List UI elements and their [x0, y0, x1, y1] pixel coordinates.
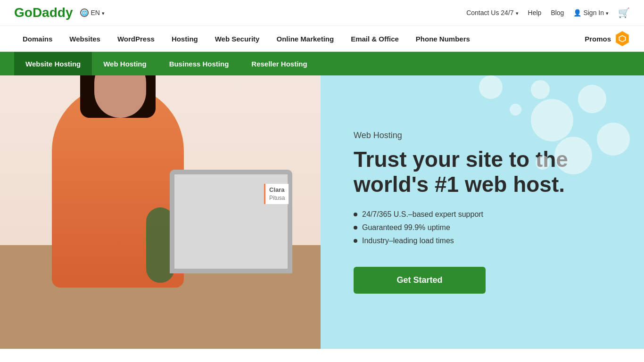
nav-item-wordpress[interactable]: WordPress	[109, 26, 163, 52]
nav-item-hosting[interactable]: Hosting	[163, 26, 206, 52]
globe-icon: 🌐	[80, 8, 89, 17]
contact-link[interactable]: Contact Us 24/7	[466, 9, 518, 16]
person-name: Clara	[269, 186, 285, 194]
sub-nav-label: Business Hosting	[169, 60, 229, 68]
godaddy-logo[interactable]: GoDaddy	[14, 5, 73, 20]
get-started-button[interactable]: Get Started	[354, 267, 486, 294]
hero-image-bg: Clara Pitusa	[0, 75, 321, 349]
bullet-dot	[354, 213, 357, 216]
bubble-3	[531, 80, 550, 99]
main-nav: Domains Websites WordPress Hosting Web S…	[0, 26, 644, 52]
nav-item-phonenumbers[interactable]: Phone Numbers	[407, 26, 479, 52]
person-label: Clara Pitusa	[264, 184, 289, 204]
language-selector[interactable]: 🌐 EN	[80, 8, 104, 17]
chevron-down-icon	[102, 9, 105, 16]
sub-nav-business-hosting[interactable]: Business Hosting	[158, 52, 240, 75]
hero-image: Clara Pitusa	[0, 75, 321, 349]
nav-items: Domains Websites WordPress Hosting Web S…	[14, 26, 585, 52]
promos-item[interactable]: Promos	[585, 31, 630, 46]
top-bar-right: Contact Us 24/7 Help Blog 👤 Sign In 🛒	[466, 7, 630, 18]
sub-nav-web-hosting[interactable]: Web Hosting	[92, 52, 157, 75]
person-subtitle: Pitusa	[269, 194, 285, 202]
chevron-down-icon	[606, 9, 609, 16]
promos-icon	[615, 31, 630, 46]
user-icon: 👤	[573, 9, 581, 16]
bubble-7	[554, 137, 592, 174]
bubble-6	[479, 75, 503, 99]
nav-item-websites[interactable]: Websites	[61, 26, 109, 52]
bullet-dot	[354, 239, 357, 243]
bullet-2: Guaranteed 99.9% uptime	[354, 223, 611, 232]
top-bar: GoDaddy 🌐 EN Contact Us 24/7 Help Blog 👤…	[0, 0, 644, 26]
bullet-3: Industry–leading load times	[354, 237, 611, 245]
cart-icon[interactable]: 🛒	[618, 7, 630, 18]
nav-item-websecurity[interactable]: Web Security	[206, 26, 268, 52]
hero-bullets: 24/7/365 U.S.–based expert support Guara…	[354, 210, 611, 250]
promos-label: Promos	[585, 35, 611, 43]
bubble-2	[531, 99, 573, 141]
sub-nav-label: Web Hosting	[103, 60, 146, 68]
sub-nav-website-hosting[interactable]: Website Hosting	[14, 52, 92, 75]
bullet-1: 24/7/365 U.S.–based expert support	[354, 210, 611, 219]
bullet-dot	[354, 226, 357, 230]
contact-label: Contact Us 24/7	[466, 9, 513, 16]
hero-content: Web Hosting Trust your site to the world…	[321, 75, 644, 349]
help-link[interactable]: Help	[528, 9, 542, 16]
sub-nav-label: Reseller Hosting	[251, 60, 307, 68]
hero-section: Clara Pitusa Web Hosting Trust your site…	[0, 75, 644, 349]
bubble-5	[536, 156, 550, 170]
lang-label: EN	[91, 9, 99, 16]
bubble-8	[510, 104, 521, 115]
bubble-1	[578, 85, 606, 113]
bullet-text-1: 24/7/365 U.S.–based expert support	[362, 210, 483, 219]
sign-in-label: Sign In	[583, 9, 604, 16]
nav-item-domains[interactable]: Domains	[14, 26, 61, 52]
blog-link[interactable]: Blog	[551, 9, 564, 16]
sub-nav-reseller-hosting[interactable]: Reseller Hosting	[240, 52, 318, 75]
bullet-text-2: Guaranteed 99.9% uptime	[362, 223, 450, 232]
sub-nav: Website Hosting Web Hosting Business Hos…	[0, 52, 644, 75]
sign-in-button[interactable]: 👤 Sign In	[573, 9, 609, 16]
chevron-down-icon	[516, 9, 519, 16]
nav-item-emailoffice[interactable]: Email & Office	[342, 26, 407, 52]
top-bar-left: GoDaddy 🌐 EN	[14, 5, 105, 20]
nav-item-onlinemarketing[interactable]: Online Marketing	[268, 26, 342, 52]
bullet-text-3: Industry–leading load times	[362, 237, 454, 245]
bubble-4	[597, 123, 630, 156]
sub-nav-label: Website Hosting	[25, 60, 81, 68]
